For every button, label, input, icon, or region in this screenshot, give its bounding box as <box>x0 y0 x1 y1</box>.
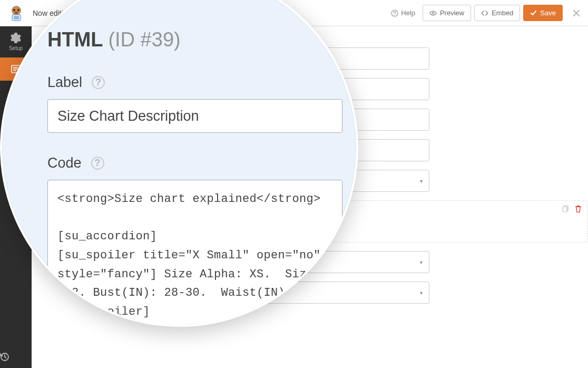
embed-label: Embed <box>492 9 513 17</box>
svg-point-3 <box>15 12 18 14</box>
embed-button[interactable]: Embed <box>474 5 520 21</box>
svg-rect-4 <box>12 15 21 21</box>
svg-point-1 <box>13 9 15 11</box>
embed-icon <box>481 9 488 17</box>
close-icon <box>572 9 581 17</box>
chevron-down-icon: ▾ <box>420 259 423 265</box>
help-icon[interactable]: ? <box>91 157 104 170</box>
chevron-down-icon: ▾ <box>420 290 423 296</box>
preview-button[interactable]: Preview <box>423 5 471 21</box>
eye-icon <box>429 9 437 17</box>
trash-icon[interactable] <box>575 205 582 212</box>
label-input-value: Size Chart Description <box>57 108 199 124</box>
save-button[interactable]: Save <box>523 5 563 21</box>
label-caption: Label <box>47 74 82 91</box>
label-caption-row: Label ? <box>47 74 335 91</box>
sidebar-history[interactable] <box>0 346 32 368</box>
svg-point-2 <box>17 9 19 11</box>
topbar-right: Help Preview Embed Save <box>391 5 581 21</box>
field-options-title: HTML (ID #39) <box>47 28 335 51</box>
help-label: Help <box>401 9 415 17</box>
help-icon <box>391 9 398 17</box>
close-button[interactable] <box>572 9 581 17</box>
app-logo <box>7 4 25 22</box>
label-field: Label ? Size Chart Description <box>47 74 335 133</box>
options-title-a: HTML <box>47 28 103 51</box>
svg-point-0 <box>12 6 21 15</box>
help-icon[interactable]: ? <box>92 76 105 89</box>
svg-rect-15 <box>563 207 567 212</box>
sidebar-setup-label: Setup <box>9 45 23 51</box>
help-link[interactable]: Help <box>391 9 415 17</box>
block-actions <box>562 205 582 212</box>
preview-label: Preview <box>440 9 464 17</box>
label-input[interactable]: Size Chart Description <box>47 99 342 133</box>
gear-icon <box>11 33 21 43</box>
history-icon <box>0 352 9 362</box>
copy-icon[interactable] <box>562 205 570 212</box>
chevron-down-icon: ▾ <box>420 178 423 184</box>
options-title-b: (ID #39) <box>108 28 180 51</box>
save-label: Save <box>540 9 556 17</box>
svg-point-8 <box>394 14 395 15</box>
code-caption-row: Code ? <box>47 155 335 171</box>
mascot-icon <box>7 4 25 22</box>
svg-point-9 <box>432 12 434 14</box>
check-icon <box>530 9 537 16</box>
code-caption: Code <box>47 155 82 171</box>
